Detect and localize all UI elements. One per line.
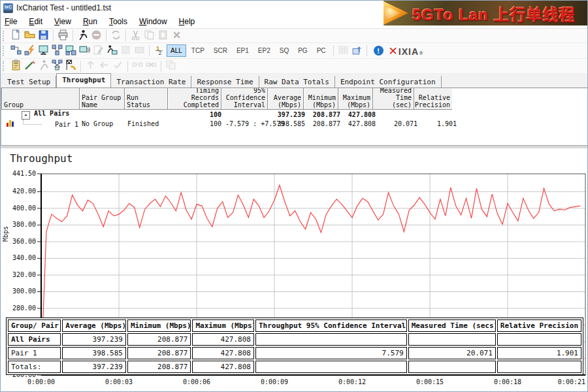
tab-raw-data-totals[interactable]: Raw Data Totals bbox=[259, 76, 335, 88]
filter-pc-button[interactable]: PC bbox=[313, 44, 330, 57]
print-button[interactable] bbox=[56, 29, 70, 42]
clipboard-results-button[interactable] bbox=[9, 60, 23, 73]
tab-transaction-rate[interactable]: Transaction Rate bbox=[111, 76, 191, 88]
filter-sq-button[interactable]: SQ bbox=[276, 44, 293, 57]
window-title: IxChariot Test - untitled1.tst bbox=[16, 3, 111, 12]
edit-pair-button[interactable] bbox=[23, 44, 37, 57]
x-tick-label: 0:00:03 bbox=[99, 378, 139, 385]
menu-file[interactable]: File bbox=[5, 17, 17, 26]
grid-col-header-pgname[interactable]: Pair Group Name bbox=[79, 88, 125, 110]
run-test-button[interactable] bbox=[76, 29, 90, 42]
multi-pair-icon bbox=[52, 44, 63, 57]
x-tick-label: 0:00:21 bbox=[551, 378, 585, 385]
grid-col-header-avg[interactable]: Average (Mbps) bbox=[267, 88, 304, 110]
copy-pairs-button bbox=[164, 60, 178, 73]
doc-new-icon bbox=[10, 29, 22, 42]
expand-collapse-toggle[interactable]: - bbox=[22, 111, 30, 120]
summary-row-pair-1: Pair 1398.585208.877427.8087.57920.0711.… bbox=[8, 347, 581, 359]
menu-window[interactable]: Window bbox=[139, 17, 167, 26]
y-tick-label: 300.00 bbox=[2, 287, 36, 295]
toolbar-separator bbox=[127, 61, 128, 72]
delete-x-icon bbox=[171, 29, 182, 42]
ixchariot-window: IxC IxChariot Test - untitled1.tst 5GTo … bbox=[0, 0, 588, 392]
grid-col-header-ci[interactable]: 95% Confidence Interval bbox=[221, 88, 268, 110]
paste-button bbox=[156, 29, 170, 42]
runner-monitor-icon bbox=[106, 44, 118, 57]
grid-col-header-min[interactable]: Minimum (Mbps) bbox=[303, 88, 338, 110]
menu-help[interactable]: Help bbox=[179, 17, 195, 26]
menu-edit[interactable]: Edit bbox=[29, 17, 42, 26]
toolbar-grip bbox=[3, 61, 5, 71]
tab-response-time[interactable]: Response Time bbox=[191, 76, 259, 88]
y-tick-label: 441.50 bbox=[2, 170, 36, 178]
stop-icon bbox=[91, 29, 102, 42]
menu-view[interactable]: View bbox=[54, 17, 71, 26]
filter-tcp-button[interactable]: TCP bbox=[188, 44, 208, 57]
summary-cell: 397.239 bbox=[62, 333, 126, 346]
grid-row-pair-1[interactable]: Pair 1No GroupFinished100-7.579 : +7.579… bbox=[1, 119, 588, 128]
grid-col-header-rp[interactable]: Relative Precision bbox=[414, 88, 453, 110]
group-label: All Pairs bbox=[34, 110, 69, 117]
pair-bolt-icon bbox=[24, 44, 35, 57]
grid-cell-min: 208.877 bbox=[307, 120, 342, 127]
clipboard-icon bbox=[10, 59, 22, 73]
grid-header-row: GroupPair Group NameRun StatusTiming Rec… bbox=[1, 88, 588, 110]
summary-cell: Pair 1 bbox=[8, 347, 61, 359]
y-tick-label: 360.00 bbox=[2, 238, 36, 246]
filter-scr-button[interactable]: SCR bbox=[210, 44, 231, 57]
script-edit-icon bbox=[93, 44, 104, 57]
grid-cell-ci: -7.579 : +7.579 bbox=[223, 120, 270, 127]
reload-pairs-button bbox=[109, 29, 123, 42]
summary-cell: 208.877 bbox=[127, 347, 191, 359]
paste-icon bbox=[157, 29, 169, 42]
x-tick-label: 0:00:15 bbox=[410, 378, 449, 385]
new-test-button[interactable] bbox=[9, 29, 23, 42]
copy-icon bbox=[144, 29, 155, 42]
tree-connector bbox=[23, 120, 42, 125]
toolbar-pairs: 12ALLTCPSCREP1EP2SQPGPC!✕IXIA® bbox=[1, 43, 588, 59]
grid-col-header-max[interactable]: Maximum (Mbps) bbox=[338, 88, 373, 110]
filter-ep2-button[interactable]: EP2 bbox=[254, 44, 274, 57]
save-test-button[interactable] bbox=[37, 29, 50, 42]
tab-endpoint-configuration[interactable]: Endpoint Configuration bbox=[335, 76, 442, 88]
copy-button bbox=[142, 29, 156, 42]
tab-test-setup[interactable]: Test Setup bbox=[2, 76, 56, 88]
open-test-button[interactable] bbox=[23, 29, 37, 42]
add-pair-button[interactable] bbox=[9, 44, 23, 57]
monitor-audio-button[interactable] bbox=[78, 44, 91, 57]
filter-ep1-button[interactable]: EP1 bbox=[233, 44, 253, 57]
y-tick-label: 420.00 bbox=[2, 188, 36, 195]
info-icon[interactable]: ! bbox=[374, 46, 384, 56]
grid-col-header-group[interactable]: Group bbox=[1, 88, 80, 110]
grid-col-header-status[interactable]: Run Status bbox=[124, 88, 168, 110]
network-x-icon bbox=[52, 59, 63, 73]
grid-row-all-pairs[interactable]: - All Pairs100397.239208.877427.808 bbox=[1, 110, 588, 119]
summary-cell: Totals: bbox=[8, 361, 61, 373]
network-pairs-button[interactable] bbox=[50, 60, 64, 73]
add-endpoint-button[interactable] bbox=[37, 44, 50, 57]
x-tick-label: 0:00:00 bbox=[22, 378, 61, 385]
menu-tools[interactable]: Tools bbox=[109, 17, 127, 26]
toolbar-grip bbox=[3, 46, 5, 56]
monitor-icon bbox=[38, 44, 49, 57]
finish-run-button[interactable] bbox=[64, 60, 78, 73]
add-multi-pair-button[interactable] bbox=[50, 44, 64, 57]
link-pairs-button bbox=[131, 60, 144, 73]
filter-all-button[interactable]: ALL bbox=[167, 44, 186, 57]
y-tick-label: 380.00 bbox=[2, 221, 36, 229]
menu-run[interactable]: Run bbox=[83, 17, 97, 26]
timing-records-button[interactable]: 12 bbox=[152, 44, 166, 57]
summary-col-minimum: Minimum (Mbps) bbox=[127, 319, 191, 332]
summary-cell bbox=[255, 361, 407, 373]
run-endpoint-button[interactable] bbox=[105, 44, 119, 57]
apply-check-button bbox=[111, 60, 125, 73]
tab-throughput[interactable]: Throughput bbox=[56, 73, 111, 88]
launch-dart-button[interactable] bbox=[23, 60, 37, 73]
grid-col-header-mtime[interactable]: Measured Time (sec) bbox=[372, 88, 414, 110]
pair-monitor-button[interactable] bbox=[64, 44, 78, 57]
filter-pg-button[interactable]: PG bbox=[294, 44, 311, 57]
export-results-button[interactable] bbox=[350, 44, 364, 57]
edit-script-button bbox=[91, 44, 105, 57]
toolbar-separator bbox=[106, 30, 106, 41]
grid-col-header-timing[interactable]: Timing Records Completed bbox=[167, 88, 221, 110]
